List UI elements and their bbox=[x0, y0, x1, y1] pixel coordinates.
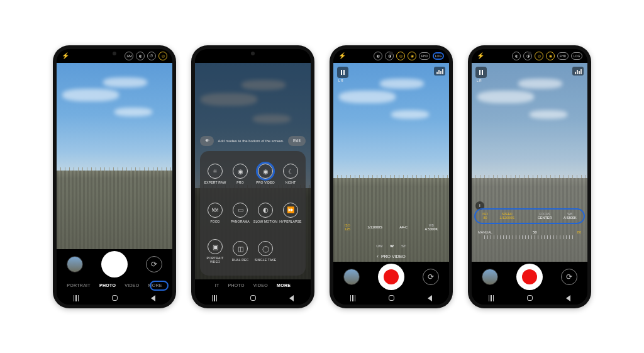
flash-icon[interactable]: ⚡ bbox=[477, 52, 484, 59]
mode-food[interactable]: 🍽 FOOD bbox=[203, 194, 228, 232]
record-button[interactable] bbox=[516, 264, 543, 290]
nav-home-icon[interactable] bbox=[527, 295, 533, 301]
mode-photo[interactable]: PHOTO bbox=[99, 283, 116, 288]
log-toggle-icon[interactable]: LOG bbox=[433, 52, 444, 60]
param-wb[interactable]: WB A 5300K bbox=[425, 223, 438, 232]
shutter-bar: ⟳ bbox=[472, 262, 587, 292]
nav-back-icon[interactable] bbox=[566, 295, 570, 301]
log-toggle-icon[interactable]: LOG bbox=[571, 52, 582, 60]
resolution-icon[interactable]: 12M bbox=[125, 52, 133, 60]
scale-manual-label: MANUAL bbox=[478, 230, 492, 234]
nav-home-icon[interactable] bbox=[389, 295, 394, 301]
phone-frame-3: ⚡ ◐ ◑ ◎ ◉ FHD LOG L R ISO 125 1/12000S bbox=[330, 45, 453, 308]
icon-a[interactable]: ◐ bbox=[374, 52, 382, 60]
param-wb[interactable]: WB A 5300K bbox=[564, 212, 577, 220]
motion-photo-icon[interactable]: ◎ bbox=[158, 52, 167, 60]
icon-e[interactable]: FHD bbox=[557, 52, 569, 60]
mode-more[interactable]: MORE bbox=[277, 283, 291, 288]
param-focus[interactable]: AF-C bbox=[399, 225, 408, 230]
nav-recents-icon[interactable] bbox=[212, 295, 218, 301]
gallery-thumbnail[interactable] bbox=[482, 269, 498, 285]
pro-params-row: ISO 125 1/12000S AF-C WB A 5300K bbox=[336, 223, 447, 232]
chevron-left-icon: ‹ bbox=[377, 254, 379, 259]
android-nav-bar bbox=[57, 292, 172, 305]
night-icon: ☾ bbox=[283, 164, 298, 179]
param-iso[interactable]: ISO 125 bbox=[345, 223, 350, 232]
viewfinder[interactable]: L R ISO 125 1/12000S AF-C WB A 5300K bbox=[333, 63, 449, 262]
mode-expert-raw[interactable]: ⌗ EXPERT RAW bbox=[203, 156, 228, 193]
icon-d[interactable]: ◉ bbox=[546, 52, 555, 60]
mode-photo[interactable]: PHOTO bbox=[228, 283, 245, 288]
mode-pro-video[interactable]: ◉ PRO VIDEO bbox=[253, 156, 278, 193]
zoom-uw[interactable]: UW bbox=[376, 244, 382, 248]
param-focus[interactable]: FOCUS CENTER bbox=[538, 212, 552, 220]
viewfinder[interactable] bbox=[57, 63, 172, 249]
pause-indicator-icon[interactable] bbox=[475, 67, 487, 78]
nav-back-icon[interactable] bbox=[151, 295, 155, 301]
record-button[interactable] bbox=[378, 264, 404, 290]
histogram-icon[interactable] bbox=[434, 67, 445, 76]
param-iso[interactable]: ISO 80 bbox=[482, 212, 488, 220]
flash-icon[interactable]: ⚡ bbox=[338, 52, 346, 59]
mode-video[interactable]: VIDEO bbox=[125, 283, 139, 288]
mode-pro[interactable]: ◉ PRO bbox=[228, 156, 253, 193]
visibility-toggle-icon[interactable]: 👁 bbox=[200, 136, 214, 146]
nav-back-icon[interactable] bbox=[289, 295, 294, 301]
zoom-st[interactable]: ST bbox=[401, 244, 406, 248]
phone-frame-2: 👁 Add modes to the bottom of the screen.… bbox=[191, 45, 314, 308]
mode-label-row[interactable]: ‹ PRO VIDEO bbox=[333, 254, 449, 259]
zoom-w[interactable]: W bbox=[390, 244, 394, 248]
pro-params-row-highlighted: ISO 80 SPEED 1/12000S FOCUS CENTER WB A … bbox=[474, 208, 585, 224]
channel-indicator: L R bbox=[338, 79, 343, 82]
icon-c[interactable]: ◎ bbox=[535, 52, 543, 60]
mode-hyperlapse[interactable]: ⏩ HYPERLAPSE bbox=[278, 194, 303, 232]
icon-a[interactable]: ◐ bbox=[512, 52, 521, 60]
mode-panorama[interactable]: ▭ PANORAMA bbox=[228, 194, 253, 232]
zoom-row: UW W ST bbox=[333, 244, 449, 248]
param-speed[interactable]: SPEED 1/12000S bbox=[499, 212, 514, 220]
camera-flip-icon[interactable]: ⟳ bbox=[561, 269, 577, 285]
nav-home-icon[interactable] bbox=[250, 295, 256, 301]
mode-it[interactable]: IT bbox=[215, 283, 219, 288]
icon-b[interactable]: ◑ bbox=[523, 52, 532, 60]
mode-video[interactable]: VIDEO bbox=[253, 283, 268, 288]
mode-portrait[interactable]: PORTRAIT bbox=[67, 283, 91, 288]
icon-b[interactable]: ◑ bbox=[385, 52, 394, 60]
param-shutter[interactable]: 1/12000S bbox=[367, 225, 382, 230]
mode-slow-motion[interactable]: ◐ SLOW MOTION bbox=[253, 194, 278, 232]
icon-c[interactable]: ◎ bbox=[396, 52, 405, 60]
nav-recents-icon[interactable] bbox=[74, 295, 79, 301]
shutter-button[interactable] bbox=[101, 251, 128, 277]
top-icon-row: ⚡ ◐ ◑ ◎ ◉ FHD LOG bbox=[333, 49, 449, 63]
iso-scale-slider[interactable] bbox=[484, 235, 575, 239]
panel-header: 👁 Add modes to the bottom of the screen.… bbox=[200, 136, 306, 146]
single-take-icon: ◯ bbox=[258, 241, 273, 256]
edit-button[interactable]: Edit bbox=[288, 136, 306, 146]
screen-4: ⚡ ◐ ◑ ◎ ◉ FHD LOG L R i ISO 80 SPE bbox=[472, 49, 587, 305]
flash-icon[interactable]: ⚡ bbox=[62, 52, 69, 59]
panel-hint: Add modes to the bottom of the screen. bbox=[214, 139, 288, 143]
android-nav-bar bbox=[195, 292, 311, 305]
icon-d[interactable]: ◉ bbox=[408, 52, 416, 60]
camera-flip-icon[interactable]: ⟳ bbox=[423, 269, 439, 285]
mode-portrait-video[interactable]: ▣ PORTRAIT VIDEO bbox=[203, 233, 228, 270]
nav-back-icon[interactable] bbox=[428, 295, 432, 301]
gallery-thumbnail[interactable] bbox=[343, 269, 360, 285]
histogram-icon[interactable] bbox=[572, 67, 584, 76]
icon-e[interactable]: FHD bbox=[419, 52, 430, 60]
mode-night[interactable]: ☾ NIGHT bbox=[278, 156, 303, 193]
nav-recents-icon[interactable] bbox=[489, 295, 494, 301]
pause-indicator-icon[interactable] bbox=[337, 67, 348, 78]
viewfinder[interactable]: L R i ISO 80 SPEED 1/12000S FOCUS CENTER bbox=[472, 63, 587, 262]
gallery-thumbnail[interactable] bbox=[67, 256, 83, 272]
mode-single-take[interactable]: ◯ SINGLE TAKE bbox=[253, 233, 278, 270]
mode-dual-rec[interactable]: ◫ DUAL REC bbox=[228, 233, 253, 270]
nav-home-icon[interactable] bbox=[112, 295, 118, 301]
android-nav-bar bbox=[472, 292, 587, 305]
timer-icon[interactable]: ⏱ bbox=[147, 52, 156, 60]
camera-flip-icon[interactable]: ⟳ bbox=[146, 256, 162, 272]
more-modes-panel: ⌗ EXPERT RAW ◉ PRO ◉ PRO VIDEO ☾ NIGHT 🍽 bbox=[200, 151, 306, 276]
ratio-icon[interactable]: ◐ bbox=[136, 52, 145, 60]
nav-recents-icon[interactable] bbox=[350, 295, 356, 301]
viewfinder[interactable]: 👁 Add modes to the bottom of the screen.… bbox=[195, 63, 311, 279]
